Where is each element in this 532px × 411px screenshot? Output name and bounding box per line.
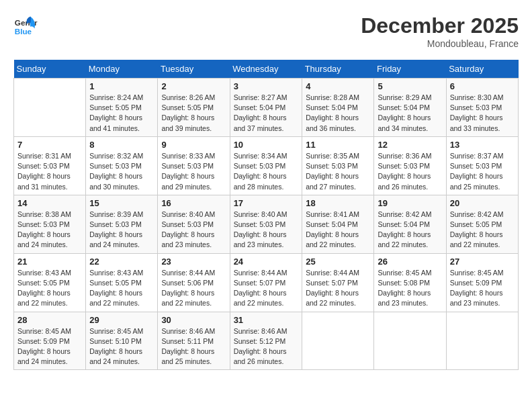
weekday-header: Friday xyxy=(374,60,446,79)
calendar-cell: 9Sunrise: 8:33 AMSunset: 5:03 PMDaylight… xyxy=(158,136,230,195)
day-info: Sunrise: 8:26 AMSunset: 5:05 PMDaylight:… xyxy=(161,93,226,134)
day-number: 19 xyxy=(378,198,442,208)
page-header: General Blue December 2025 Mondoubleau, … xyxy=(13,13,519,49)
day-number: 8 xyxy=(89,140,154,150)
day-info: Sunrise: 8:30 AMSunset: 5:03 PMDaylight:… xyxy=(450,93,515,134)
day-info: Sunrise: 8:45 AMSunset: 5:09 PMDaylight:… xyxy=(17,326,82,367)
calendar-cell: 13Sunrise: 8:37 AMSunset: 5:03 PMDayligh… xyxy=(446,136,518,195)
day-number: 28 xyxy=(17,315,82,325)
weekday-header: Tuesday xyxy=(158,60,230,79)
day-number: 31 xyxy=(234,315,299,325)
day-info: Sunrise: 8:43 AMSunset: 5:05 PMDaylight:… xyxy=(17,268,82,309)
day-info: Sunrise: 8:29 AMSunset: 5:04 PMDaylight:… xyxy=(378,93,442,134)
calendar-cell: 1Sunrise: 8:24 AMSunset: 5:05 PMDaylight… xyxy=(86,79,158,137)
calendar-cell: 20Sunrise: 8:42 AMSunset: 5:05 PMDayligh… xyxy=(446,195,518,253)
calendar-cell: 5Sunrise: 8:29 AMSunset: 5:04 PMDaylight… xyxy=(374,79,446,137)
day-info: Sunrise: 8:44 AMSunset: 5:07 PMDaylight:… xyxy=(306,268,370,309)
calendar-week-row: 7Sunrise: 8:31 AMSunset: 5:03 PMDaylight… xyxy=(14,136,519,195)
day-info: Sunrise: 8:44 AMSunset: 5:07 PMDaylight:… xyxy=(234,268,299,309)
day-info: Sunrise: 8:41 AMSunset: 5:04 PMDaylight:… xyxy=(306,210,370,250)
day-info: Sunrise: 8:24 AMSunset: 5:05 PMDaylight:… xyxy=(89,93,154,134)
day-info: Sunrise: 8:33 AMSunset: 5:03 PMDaylight:… xyxy=(161,151,226,192)
calendar-cell: 28Sunrise: 8:45 AMSunset: 5:09 PMDayligh… xyxy=(14,312,86,370)
calendar-cell: 18Sunrise: 8:41 AMSunset: 5:04 PMDayligh… xyxy=(302,195,374,253)
day-number: 23 xyxy=(161,257,226,267)
calendar-table: SundayMondayTuesdayWednesdayThursdayFrid… xyxy=(13,60,519,370)
calendar-week-row: 21Sunrise: 8:43 AMSunset: 5:05 PMDayligh… xyxy=(14,253,519,312)
calendar-cell: 30Sunrise: 8:46 AMSunset: 5:11 PMDayligh… xyxy=(158,312,230,370)
weekday-header: Wednesday xyxy=(230,60,302,79)
day-number: 14 xyxy=(17,198,82,208)
calendar-cell: 10Sunrise: 8:34 AMSunset: 5:03 PMDayligh… xyxy=(230,136,302,195)
calendar-cell: 12Sunrise: 8:36 AMSunset: 5:03 PMDayligh… xyxy=(374,136,446,195)
day-info: Sunrise: 8:28 AMSunset: 5:04 PMDaylight:… xyxy=(306,93,370,134)
calendar-header: SundayMondayTuesdayWednesdayThursdayFrid… xyxy=(14,60,519,79)
day-number: 5 xyxy=(378,81,442,91)
day-info: Sunrise: 8:46 AMSunset: 5:11 PMDaylight:… xyxy=(161,326,226,367)
day-number: 20 xyxy=(450,198,515,208)
day-number: 3 xyxy=(234,81,299,91)
weekday-header: Saturday xyxy=(446,60,518,79)
day-number: 16 xyxy=(161,198,226,208)
day-number: 7 xyxy=(17,140,82,150)
day-info: Sunrise: 8:38 AMSunset: 5:03 PMDaylight:… xyxy=(17,210,82,250)
day-info: Sunrise: 8:35 AMSunset: 5:03 PMDaylight:… xyxy=(306,151,370,192)
day-info: Sunrise: 8:42 AMSunset: 5:04 PMDaylight:… xyxy=(378,210,442,250)
day-info: Sunrise: 8:45 AMSunset: 5:10 PMDaylight:… xyxy=(89,326,154,367)
day-info: Sunrise: 8:43 AMSunset: 5:05 PMDaylight:… xyxy=(89,268,154,309)
day-number: 29 xyxy=(89,315,154,325)
calendar-cell: 31Sunrise: 8:46 AMSunset: 5:12 PMDayligh… xyxy=(230,312,302,370)
weekday-header: Thursday xyxy=(302,60,374,79)
day-number: 24 xyxy=(234,257,299,267)
day-info: Sunrise: 8:34 AMSunset: 5:03 PMDaylight:… xyxy=(234,151,299,192)
day-info: Sunrise: 8:36 AMSunset: 5:03 PMDaylight:… xyxy=(378,151,442,192)
day-info: Sunrise: 8:42 AMSunset: 5:05 PMDaylight:… xyxy=(450,210,515,250)
calendar-week-row: 14Sunrise: 8:38 AMSunset: 5:03 PMDayligh… xyxy=(14,195,519,253)
calendar-cell: 17Sunrise: 8:40 AMSunset: 5:03 PMDayligh… xyxy=(230,195,302,253)
calendar-cell xyxy=(14,79,86,137)
day-number: 6 xyxy=(450,81,515,91)
day-info: Sunrise: 8:44 AMSunset: 5:06 PMDaylight:… xyxy=(161,268,226,309)
calendar-cell: 4Sunrise: 8:28 AMSunset: 5:04 PMDaylight… xyxy=(302,79,374,137)
calendar-cell: 23Sunrise: 8:44 AMSunset: 5:06 PMDayligh… xyxy=(158,253,230,312)
day-number: 22 xyxy=(89,257,154,267)
title-block: December 2025 Mondoubleau, France xyxy=(361,13,519,49)
day-number: 26 xyxy=(378,257,442,267)
day-info: Sunrise: 8:32 AMSunset: 5:03 PMDaylight:… xyxy=(89,151,154,192)
day-number: 10 xyxy=(234,140,299,150)
calendar-week-row: 28Sunrise: 8:45 AMSunset: 5:09 PMDayligh… xyxy=(14,312,519,370)
day-info: Sunrise: 8:37 AMSunset: 5:03 PMDaylight:… xyxy=(450,151,515,192)
calendar-cell: 22Sunrise: 8:43 AMSunset: 5:05 PMDayligh… xyxy=(86,253,158,312)
svg-text:Blue: Blue xyxy=(15,27,32,36)
day-number: 18 xyxy=(306,198,370,208)
month-title: December 2025 xyxy=(361,13,519,38)
day-number: 2 xyxy=(161,81,226,91)
calendar-cell: 15Sunrise: 8:39 AMSunset: 5:03 PMDayligh… xyxy=(86,195,158,253)
calendar-cell: 25Sunrise: 8:44 AMSunset: 5:07 PMDayligh… xyxy=(302,253,374,312)
day-info: Sunrise: 8:40 AMSunset: 5:03 PMDaylight:… xyxy=(234,210,299,250)
calendar-cell: 27Sunrise: 8:45 AMSunset: 5:09 PMDayligh… xyxy=(446,253,518,312)
calendar-cell xyxy=(446,312,518,370)
day-number: 25 xyxy=(306,257,370,267)
calendar-cell: 7Sunrise: 8:31 AMSunset: 5:03 PMDaylight… xyxy=(14,136,86,195)
calendar-cell: 6Sunrise: 8:30 AMSunset: 5:03 PMDaylight… xyxy=(446,79,518,137)
day-info: Sunrise: 8:27 AMSunset: 5:04 PMDaylight:… xyxy=(234,93,299,134)
day-number: 27 xyxy=(450,257,515,267)
calendar-cell: 26Sunrise: 8:45 AMSunset: 5:08 PMDayligh… xyxy=(374,253,446,312)
day-number: 12 xyxy=(378,140,442,150)
calendar-cell: 19Sunrise: 8:42 AMSunset: 5:04 PMDayligh… xyxy=(374,195,446,253)
calendar-week-row: 1Sunrise: 8:24 AMSunset: 5:05 PMDaylight… xyxy=(14,79,519,137)
day-number: 30 xyxy=(161,315,226,325)
day-number: 11 xyxy=(306,140,370,150)
calendar-cell: 24Sunrise: 8:44 AMSunset: 5:07 PMDayligh… xyxy=(230,253,302,312)
day-info: Sunrise: 8:46 AMSunset: 5:12 PMDaylight:… xyxy=(234,326,299,367)
calendar-cell: 11Sunrise: 8:35 AMSunset: 5:03 PMDayligh… xyxy=(302,136,374,195)
calendar-cell: 14Sunrise: 8:38 AMSunset: 5:03 PMDayligh… xyxy=(14,195,86,253)
day-info: Sunrise: 8:31 AMSunset: 5:03 PMDaylight:… xyxy=(17,151,82,192)
day-number: 4 xyxy=(306,81,370,91)
day-number: 21 xyxy=(17,257,82,267)
calendar-cell: 3Sunrise: 8:27 AMSunset: 5:04 PMDaylight… xyxy=(230,79,302,137)
calendar-cell: 8Sunrise: 8:32 AMSunset: 5:03 PMDaylight… xyxy=(86,136,158,195)
day-number: 13 xyxy=(450,140,515,150)
day-info: Sunrise: 8:40 AMSunset: 5:03 PMDaylight:… xyxy=(161,210,226,250)
